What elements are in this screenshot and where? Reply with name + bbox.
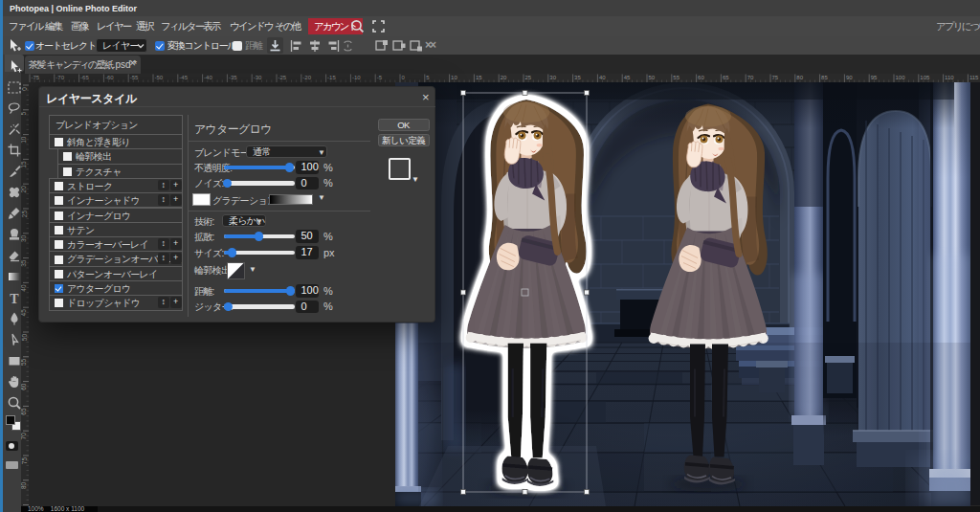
svg-text:50: 50 <box>649 75 656 80</box>
svg-text:-75: -75 <box>32 75 40 80</box>
svg-text:-45: -45 <box>179 75 188 80</box>
svg-text:30: 30 <box>549 75 556 80</box>
svg-text:-70: -70 <box>56 75 64 80</box>
svg-text:80: 80 <box>796 75 803 80</box>
svg-text:15: 15 <box>476 75 482 80</box>
svg-text:10: 10 <box>451 75 457 80</box>
svg-text:75: 75 <box>772 75 779 80</box>
svg-text:115: 115 <box>969 75 979 80</box>
svg-text:90: 90 <box>846 75 853 80</box>
svg-text:-65: -65 <box>80 75 89 80</box>
svg-text:60: 60 <box>698 75 704 80</box>
svg-text:45: 45 <box>624 75 631 80</box>
svg-text:95: 95 <box>871 75 878 80</box>
svg-text:20: 20 <box>501 75 507 80</box>
svg-text:55: 55 <box>673 75 679 80</box>
svg-text:T: T <box>10 292 19 306</box>
svg-text:-20: -20 <box>302 75 311 80</box>
svg-text:-5: -5 <box>377 75 383 80</box>
svg-text:-10: -10 <box>352 75 361 80</box>
svg-text:65: 65 <box>723 75 729 80</box>
svg-text:-15: -15 <box>327 75 336 80</box>
svg-text:-55: -55 <box>130 75 139 80</box>
svg-text:-60: -60 <box>105 75 114 80</box>
svg-text:-25: -25 <box>278 75 287 80</box>
svg-text:25: 25 <box>525 75 532 80</box>
svg-text:35: 35 <box>574 75 581 80</box>
svg-text:40: 40 <box>599 75 606 80</box>
svg-text:85: 85 <box>821 75 828 80</box>
svg-text:110: 110 <box>945 75 954 80</box>
svg-text:70: 70 <box>747 75 754 80</box>
svg-text:105: 105 <box>920 75 930 80</box>
svg-text:-40: -40 <box>204 75 212 80</box>
svg-text:-30: -30 <box>254 75 262 80</box>
svg-text:-50: -50 <box>155 75 164 80</box>
svg-text:-35: -35 <box>229 75 237 80</box>
svg-text:100: 100 <box>896 75 906 80</box>
